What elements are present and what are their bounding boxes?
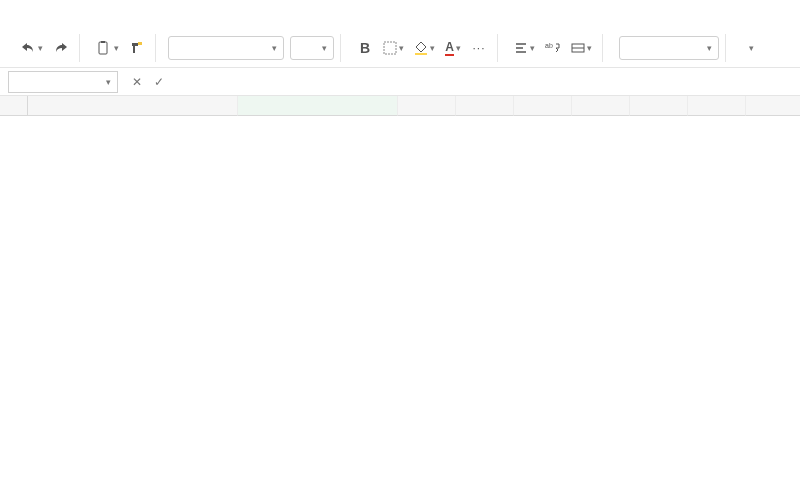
chevron-down-icon: ▾ xyxy=(38,43,43,53)
format-painter-button[interactable] xyxy=(125,36,149,60)
tab-bar xyxy=(0,0,800,28)
currency-button[interactable]: ▾ xyxy=(738,36,762,60)
col-header-G[interactable] xyxy=(630,96,688,116)
col-header-D[interactable] xyxy=(456,96,514,116)
column-headers xyxy=(28,96,800,116)
svg-rect-2 xyxy=(138,42,142,45)
col-header-C[interactable] xyxy=(398,96,456,116)
chevron-down-icon: ▾ xyxy=(106,77,111,87)
chevron-down-icon: ▾ xyxy=(749,43,754,53)
row-headers xyxy=(0,96,28,500)
chevron-down-icon: ▾ xyxy=(530,43,535,53)
more-font-button[interactable]: ··· xyxy=(467,36,491,60)
redo-button[interactable] xyxy=(49,36,73,60)
svg-rect-0 xyxy=(99,42,107,54)
chevron-down-icon: ▾ xyxy=(456,43,461,53)
col-header-I[interactable] xyxy=(746,96,800,116)
fx-icon[interactable] xyxy=(170,71,192,93)
chevron-down-icon: ▾ xyxy=(587,43,592,53)
svg-rect-4 xyxy=(415,53,427,55)
name-box[interactable]: ▾ xyxy=(8,71,118,93)
col-header-F[interactable] xyxy=(572,96,630,116)
bold-button[interactable]: B xyxy=(353,36,377,60)
undo-button[interactable]: ▾ xyxy=(16,36,47,60)
borders-button[interactable]: ▾ xyxy=(379,36,408,60)
col-header-E[interactable] xyxy=(514,96,572,116)
select-all-corner[interactable] xyxy=(0,96,28,116)
formula-enter-button[interactable]: ✓ xyxy=(148,71,170,93)
col-header-A[interactable] xyxy=(28,96,238,116)
paste-button[interactable]: ▾ xyxy=(92,36,123,60)
ribbon: ▾ ▾ ▾ ▾ B ▾ ▾ xyxy=(0,28,800,68)
formula-input[interactable] xyxy=(192,71,800,93)
align-button[interactable]: ▾ xyxy=(510,36,539,60)
svg-text:ab: ab xyxy=(545,42,553,49)
chevron-down-icon: ▾ xyxy=(272,43,277,53)
formula-bar: ▾ ✕ ✓ xyxy=(0,68,800,96)
font-color-button[interactable]: A ▾ xyxy=(441,36,465,60)
merge-button[interactable]: ▾ xyxy=(567,36,596,60)
font-size-select[interactable]: ▾ xyxy=(290,36,334,60)
wrap-text-button[interactable]: ab xyxy=(541,36,565,60)
svg-rect-3 xyxy=(384,42,396,54)
svg-rect-1 xyxy=(101,41,105,43)
chevron-down-icon: ▾ xyxy=(707,43,712,53)
font-name-select[interactable]: ▾ xyxy=(168,36,284,60)
formula-cancel-button[interactable]: ✕ xyxy=(126,71,148,93)
chevron-down-icon: ▾ xyxy=(430,43,435,53)
spreadsheet-grid xyxy=(0,96,800,500)
chevron-down-icon: ▾ xyxy=(399,43,404,53)
chevron-down-icon: ▾ xyxy=(322,43,327,53)
fill-color-button[interactable]: ▾ xyxy=(410,36,439,60)
col-header-H[interactable] xyxy=(688,96,746,116)
chevron-down-icon: ▾ xyxy=(114,43,119,53)
col-header-B[interactable] xyxy=(238,96,398,116)
number-format-select[interactable]: ▾ xyxy=(619,36,719,60)
